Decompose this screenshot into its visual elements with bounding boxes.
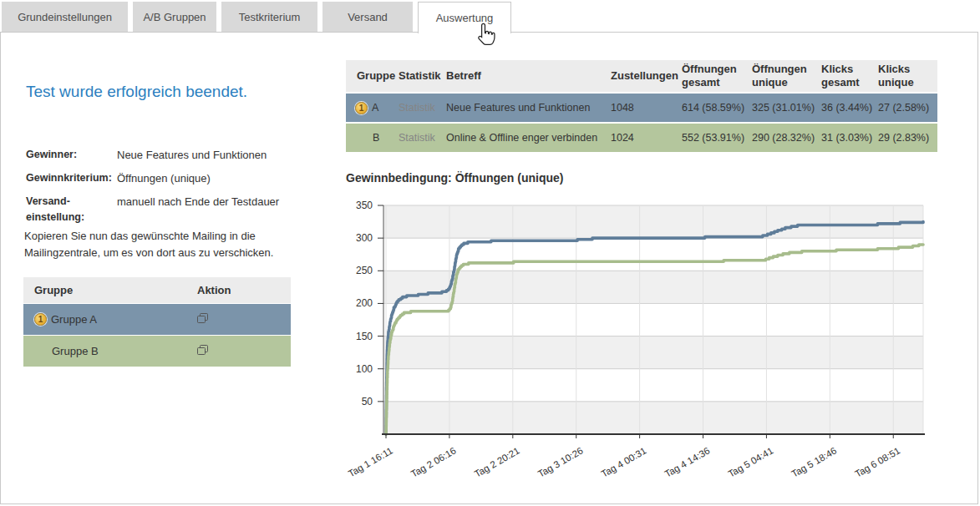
results-col-header: Statistik: [393, 60, 440, 92]
group-name-cell: Gruppe B: [23, 345, 189, 357]
summary-label: Gewinnkriterium:: [26, 170, 117, 186]
groups-table-body: 1Gruppe AGruppe B: [23, 304, 291, 367]
summary-label: Versand-einstellung:: [26, 194, 117, 225]
groups-col-aktion: Aktion: [189, 284, 291, 296]
group-name: Gruppe A: [51, 313, 97, 326]
groups-table: Gruppe Aktion 1Gruppe AGruppe B: [23, 277, 291, 367]
summary-row-gewinnkriterium: Gewinnkriterium: Öffnungen (unique): [26, 170, 302, 186]
page-title: Test wurde erfolgreich beendet.: [26, 83, 247, 101]
summary-value: Öffnungen (unique): [117, 170, 302, 186]
results-cell-oeffnungen_gesamt: 614 (58.59%): [676, 94, 746, 122]
y-axis-label: 250: [356, 265, 373, 276]
cursor-hand-icon: [476, 23, 496, 47]
results-table-row: BStatistikOnline & Offline enger verbind…: [346, 124, 937, 152]
group-name: Gruppe B: [52, 345, 99, 357]
results-table-row: 1AStatistikNeue Features und Funktionen1…: [346, 94, 937, 122]
chart-title: Gewinnbedingung: Öffnungen (unique): [346, 171, 564, 185]
results-cell-oeffnungen_unique: 325 (31.01%): [746, 94, 815, 122]
results-col-header: Öffnungen unique: [746, 60, 815, 92]
groups-table-row: Gruppe B: [23, 336, 291, 367]
results-cell-klicks_unique: 27 (2.58%): [872, 94, 937, 122]
results-table-body: 1AStatistikNeue Features und Funktionen1…: [346, 94, 937, 152]
groups-table-header: Gruppe Aktion: [23, 277, 291, 303]
results-cell-klicks_gesamt: 31 (3.03%): [815, 124, 872, 152]
tab-grundeinstellungen[interactable]: Grundeinstellungen: [2, 2, 128, 32]
results-col-header: Gruppe: [346, 60, 393, 92]
results-table-header: GruppeStatistikBetreffZustellungenÖffnun…: [346, 60, 937, 92]
tab-testkriterium[interactable]: Testkriterium: [221, 2, 317, 32]
group-letter: B: [373, 132, 379, 144]
group-name-cell: 1Gruppe A: [23, 313, 189, 326]
tab-bar: GrundeinstellungenA/B GruppenTestkriteri…: [2, 2, 511, 33]
tab-a-b-gruppen[interactable]: A/B Gruppen: [133, 2, 216, 32]
results-table: GruppeStatistikBetreffZustellungenÖffnun…: [346, 60, 937, 152]
results-col-header: Klicks unique: [872, 60, 937, 92]
x-axis-label: Tag 3 10:26: [536, 445, 585, 478]
results-col-header: Klicks gesamt: [815, 60, 872, 92]
x-axis-label: Tag 1 16:11: [347, 445, 394, 478]
results-cell-zustellungen: 1024: [605, 124, 676, 152]
results-cell-zustellungen: 1048: [605, 94, 676, 122]
x-axis-label: Tag 2 06:16: [409, 445, 458, 478]
summary-value: manuell nach Ende der Testdauer: [117, 194, 302, 225]
results-cell-betreff: Online & Offline enger verbinden: [440, 124, 605, 152]
x-axis-label: Tag 5 04:41: [726, 445, 774, 478]
summary-value: Neue Features und Funktionen: [117, 147, 302, 163]
results-cell-oeffnungen_gesamt: 552 (53.91%): [676, 124, 746, 152]
results-cell-betreff: Neue Features und Funktionen: [440, 94, 605, 122]
tab-versand[interactable]: Versand: [322, 2, 413, 32]
line-chart: 50100150200250300350Tag 1 16:11Tag 2 06:…: [335, 193, 980, 502]
y-axis-label: 150: [356, 331, 373, 342]
summary-list: Gewinner: Neue Features und Funktionen G…: [26, 147, 302, 233]
group-action-cell: [189, 313, 291, 326]
groups-col-gruppe: Gruppe: [23, 284, 189, 296]
y-axis-label: 350: [356, 200, 373, 211]
group-letter: A: [372, 102, 378, 114]
results-cell-klicks_unique: 29 (2.83%): [872, 124, 937, 152]
results-col-header: Zustellungen: [605, 60, 676, 92]
results-cell-group: B: [346, 124, 393, 152]
copy-icon[interactable]: [197, 345, 209, 356]
results-cell-statistik[interactable]: Statistik: [393, 94, 440, 122]
x-axis-label: Tag 2 20:21: [473, 445, 521, 478]
results-cell-oeffnungen_unique: 290 (28.32%): [746, 124, 815, 152]
x-axis-label: Tag 4 00:31: [600, 445, 648, 478]
copy-icon[interactable]: [197, 313, 209, 324]
results-col-header: Betreff: [440, 60, 605, 92]
content-panel: Test wurde erfolgreich beendet. Gewinner…: [0, 32, 978, 504]
x-axis-label: Tag 4 14:36: [663, 445, 711, 478]
results-col-header: Öffnungen gesamt: [676, 60, 746, 92]
group-action-cell: [189, 345, 291, 358]
y-axis-label: 300: [356, 232, 373, 244]
results-cell-klicks_gesamt: 36 (3.44%): [815, 94, 872, 122]
y-axis-label: 50: [362, 396, 373, 407]
summary-row-gewinner: Gewinner: Neue Features und Funktionen: [26, 147, 302, 163]
y-axis-label: 200: [356, 297, 373, 309]
results-cell-group: 1A: [346, 94, 393, 122]
y-axis-label: 100: [356, 363, 373, 375]
summary-row-versandeinstellung: Versand-einstellung: manuell nach Ende d…: [26, 194, 302, 225]
groups-table-row: 1Gruppe A: [23, 304, 291, 335]
tab-auswertung[interactable]: Auswertung: [418, 2, 511, 33]
winner-badge-icon: 1: [355, 102, 368, 114]
ab-test-window: GrundeinstellungenA/B GruppenTestkriteri…: [0, 0, 980, 506]
instruction-text: Kopieren Sie nun das gewünschte Mailing …: [24, 228, 293, 261]
x-axis-label: Tag 5 18:46: [790, 445, 838, 478]
x-axis-label: Tag 6 08:51: [853, 445, 901, 478]
winner-badge-icon: 1: [34, 313, 47, 326]
summary-label: Gewinner:: [26, 147, 117, 163]
results-cell-statistik[interactable]: Statistik: [393, 124, 440, 152]
